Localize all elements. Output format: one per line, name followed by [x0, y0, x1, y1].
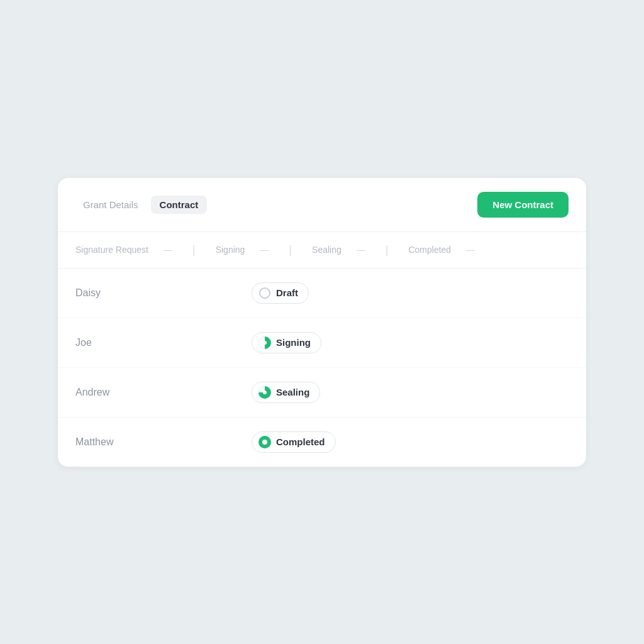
- step-divider-3: |: [386, 243, 389, 257]
- step-completed-label: Completed: [408, 245, 451, 255]
- steps-bar: Signature Request — | Signing — | Sealin…: [58, 232, 586, 269]
- svg-point-0: [260, 288, 270, 298]
- card-header: Grant Details Contract New Contract: [58, 178, 586, 232]
- completed-icon: [258, 436, 271, 448]
- step-signature-request: Signature Request —: [75, 245, 182, 255]
- step-sealing: Sealing —: [302, 245, 375, 255]
- svg-point-6: [262, 440, 267, 445]
- contract-name-matthew: Matthew: [75, 436, 252, 448]
- tab-grant-details[interactable]: Grant Details: [75, 196, 146, 214]
- contract-row-andrew: Andrew Sealing: [58, 368, 586, 418]
- status-badge-daisy[interactable]: Draft: [252, 282, 309, 304]
- step-sealing-label: Sealing: [312, 245, 341, 255]
- draft-icon: [258, 287, 271, 299]
- status-badge-joe[interactable]: Signing: [252, 332, 321, 353]
- step-divider-2: |: [289, 243, 292, 257]
- status-badge-andrew[interactable]: Sealing: [252, 382, 320, 403]
- step-signature-request-separator: —: [164, 245, 172, 255]
- step-signing-label: Signing: [216, 245, 245, 255]
- main-card: Grant Details Contract New Contract Sign…: [58, 178, 586, 467]
- tab-group: Grant Details Contract: [75, 196, 207, 214]
- status-badge-matthew[interactable]: Completed: [252, 431, 336, 453]
- new-contract-button[interactable]: New Contract: [477, 192, 569, 218]
- sealing-icon: [258, 386, 271, 399]
- status-label-joe: Signing: [276, 337, 311, 348]
- step-divider-1: |: [192, 243, 196, 257]
- contract-row-joe: Joe Signing: [58, 318, 586, 368]
- contract-row-matthew: Matthew Completed: [58, 418, 586, 467]
- step-signing-separator: —: [260, 245, 269, 255]
- contract-name-andrew: Andrew: [75, 387, 252, 398]
- step-completed: Completed —: [398, 245, 485, 255]
- contract-name-daisy: Daisy: [75, 287, 252, 299]
- step-completed-separator: —: [466, 245, 475, 255]
- svg-point-2: [263, 341, 267, 345]
- step-signature-request-label: Signature Request: [75, 245, 148, 255]
- signing-icon: [258, 336, 271, 349]
- step-signing: Signing —: [206, 245, 279, 255]
- contract-row-daisy: Daisy Draft: [58, 269, 586, 318]
- status-label-andrew: Sealing: [276, 387, 309, 397]
- contracts-list: Daisy Draft Joe Signing Andrew: [58, 269, 586, 467]
- step-sealing-separator: —: [357, 245, 365, 255]
- contract-name-joe: Joe: [75, 337, 252, 348]
- status-label-matthew: Completed: [276, 436, 325, 447]
- svg-point-4: [263, 391, 267, 394]
- status-label-daisy: Draft: [276, 287, 298, 298]
- tab-contract[interactable]: Contract: [151, 196, 208, 214]
